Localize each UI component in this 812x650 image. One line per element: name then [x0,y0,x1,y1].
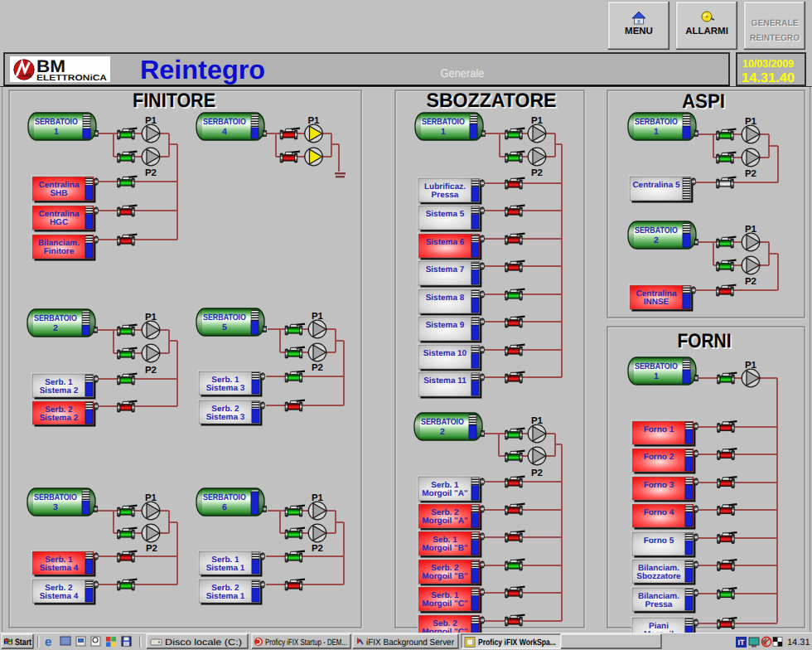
svg-text:P2: P2 [145,366,157,376]
svg-text:Sistema 4: Sistema 4 [40,592,79,601]
svg-text:P1: P1 [745,117,757,127]
svg-text:1: 1 [54,127,59,137]
svg-text:2: 2 [53,323,58,333]
svg-text:Morgoil "A": Morgoil "A" [422,517,468,526]
svg-text:Sistema 11: Sistema 11 [423,376,466,386]
svg-text:Sistema 2: Sistema 2 [40,386,79,395]
svg-text:P1: P1 [745,225,757,235]
svg-text:P1: P1 [531,416,544,426]
svg-text:Forno 3: Forno 3 [644,481,674,490]
svg-text:FORNI: FORNI [678,330,732,352]
svg-text:4: 4 [222,127,227,137]
svg-text:5: 5 [222,323,227,332]
svg-text:Sbozzatore: Sbozzatore [636,572,681,581]
svg-text:Sistema 9: Sistema 9 [426,321,465,330]
svg-text:1: 1 [441,127,446,137]
svg-text:Sistema 5: Sistema 5 [426,210,465,219]
svg-text:P2: P2 [145,168,157,178]
svg-text:Sistema 3: Sistema 3 [206,384,245,393]
svg-text:SERBATOIO: SERBATOIO [203,117,246,127]
svg-text:Sistema 8: Sistema 8 [426,293,465,303]
svg-text:ELETTRONiCA: ELETTRONiCA [36,74,107,83]
svg-text:Forno 2: Forno 2 [644,453,674,462]
svg-text:SERBATOIO: SERBATOIO [635,117,678,127]
svg-text:Start: Start [15,638,31,648]
svg-text:SERBATOIO: SERBATOIO [35,117,78,127]
svg-text:P2: P2 [312,544,323,554]
svg-text:2: 2 [654,235,659,245]
svg-text:10/03/2009: 10/03/2009 [742,57,794,70]
svg-text:P2: P2 [146,544,157,554]
svg-text:Sistema 2: Sistema 2 [40,414,79,423]
svg-text:FINITORE: FINITORE [133,90,215,112]
svg-text:Sistema 10: Sistema 10 [423,349,467,358]
svg-text:Sistema 4: Sistema 4 [40,564,79,573]
svg-text:P1: P1 [145,116,157,126]
svg-text:Reintegro: Reintegro [140,55,265,85]
svg-text:P1: P1 [307,116,320,126]
svg-text:SERBATOIO: SERBATOIO [34,313,77,323]
svg-text:Disco locale (C:): Disco locale (C:) [165,638,242,648]
svg-text:Forno 5: Forno 5 [644,536,674,546]
svg-text:IT: IT [738,638,746,647]
svg-text:SBOZZATORE: SBOZZATORE [427,90,557,112]
svg-text:Forno 4: Forno 4 [644,508,674,517]
svg-text:Pressa: Pressa [432,191,459,200]
svg-text:SERBATOIO: SERBATOIO [421,417,464,427]
svg-text:SERBATOIO: SERBATOIO [422,117,465,127]
svg-text:Sistema 7: Sistema 7 [426,265,465,274]
svg-text:P1: P1 [312,493,324,503]
svg-text:Sistema 1: Sistema 1 [206,592,245,601]
svg-text:Pressa: Pressa [645,600,673,609]
svg-text:3: 3 [53,502,58,512]
svg-text:Morgoil "B": Morgoil "B" [422,572,468,581]
svg-text:MENU: MENU [625,27,653,36]
svg-text:Morgoil "C": Morgoil "C" [422,599,468,609]
svg-text:P1: P1 [745,361,757,371]
svg-text:Sistema 3: Sistema 3 [206,413,245,422]
svg-text:Finitore: Finitore [44,247,75,256]
svg-text:P1: P1 [312,312,324,322]
svg-text:P2: P2 [531,468,543,478]
svg-text:ALLARMI: ALLARMI [685,27,728,36]
svg-text:ASPI: ASPI [682,90,725,113]
svg-text:P1: P1 [145,493,157,503]
svg-text:Proficy iFIX WorkSpa...: Proficy iFIX WorkSpa... [478,638,556,648]
svg-text:Sistema 6: Sistema 6 [426,238,465,247]
svg-text:Morgoil "B": Morgoil "B" [422,544,468,553]
svg-text:P2: P2 [745,169,756,179]
svg-text:HGC: HGC [50,218,68,227]
svg-text:SERBATOIO: SERBATOIO [34,492,77,502]
svg-text:iFIX Background Server: iFIX Background Server [366,638,454,648]
svg-text:P2: P2 [312,363,323,373]
svg-text:6: 6 [222,502,227,512]
svg-text:14.31.40: 14.31.40 [742,71,795,85]
svg-text:Generale: Generale [441,66,485,80]
svg-text:Proficy iFIX Startup - DEM...: Proficy iFIX Startup - DEM... [265,638,347,648]
svg-text:14.31: 14.31 [787,638,810,648]
svg-text:e: e [45,635,51,649]
svg-text:Forno 1: Forno 1 [644,425,674,434]
svg-text:SERBATOIO: SERBATOIO [635,226,678,235]
svg-text:P1: P1 [145,313,157,323]
svg-text:SERBATOIO: SERBATOIO [203,492,246,502]
svg-text:SERBATOIO: SERBATOIO [635,361,678,371]
svg-text:P2: P2 [745,277,756,287]
svg-text:Morgoil "A": Morgoil "A" [422,489,468,498]
svg-text:REINTEGRO: REINTEGRO [750,33,800,43]
svg-text:2: 2 [440,427,445,437]
svg-text:INNSE: INNSE [644,298,669,307]
svg-text:P2: P2 [531,168,543,178]
svg-text:SERBATOIO: SERBATOIO [203,313,246,323]
svg-text:1: 1 [654,371,659,381]
svg-text:GENERALE: GENERALE [752,18,799,28]
svg-text:1: 1 [654,127,659,137]
svg-text:Centralina 5: Centralina 5 [632,181,680,190]
svg-text:SHB: SHB [50,189,67,198]
svg-text:P1: P1 [531,116,544,126]
svg-text:Sistema 1: Sistema 1 [206,564,245,573]
